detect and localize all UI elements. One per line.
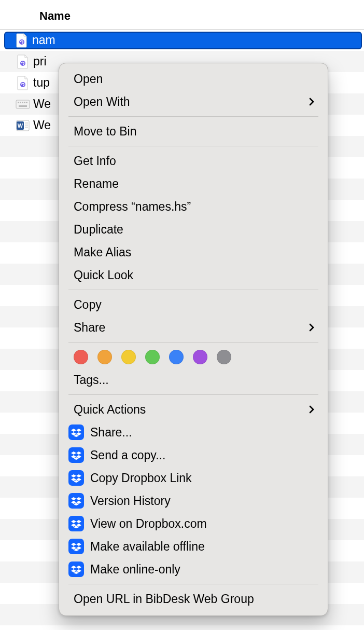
menu-open-with-label: Open With bbox=[74, 95, 305, 109]
dropbox-icon bbox=[68, 447, 84, 463]
haskell-file-icon bbox=[15, 33, 29, 48]
menu-tags-label: Tags... bbox=[74, 373, 315, 387]
dropbox-icon bbox=[68, 470, 84, 486]
svg-rect-7 bbox=[24, 102, 25, 103]
menu-make-alias[interactable]: Make Alias bbox=[59, 241, 328, 264]
file-row[interactable]: nam bbox=[0, 30, 364, 51]
menu-dropbox-online-only-label: Make online-only bbox=[90, 563, 315, 577]
dropbox-icon bbox=[68, 561, 84, 577]
menu-rename[interactable]: Rename bbox=[59, 172, 328, 195]
column-header-name-label: Name bbox=[39, 9, 71, 22]
menu-rename-label: Rename bbox=[74, 177, 315, 191]
tag-blue[interactable] bbox=[169, 350, 184, 364]
haskell-file-icon bbox=[16, 76, 30, 90]
tag-yellow[interactable] bbox=[121, 350, 136, 364]
menu-duplicate-label: Duplicate bbox=[74, 223, 315, 237]
menu-separator bbox=[68, 584, 318, 584]
menu-open-url-bibdesk[interactable]: Open URL in BibDesk Web Group bbox=[59, 587, 328, 610]
menu-move-to-bin[interactable]: Move to Bin bbox=[59, 120, 328, 143]
menu-dropbox-version-history[interactable]: Version History bbox=[59, 489, 328, 512]
menu-separator bbox=[68, 342, 318, 343]
menu-dropbox-offline-label: Make available offline bbox=[90, 540, 315, 554]
menu-quick-actions[interactable]: Quick Actions bbox=[59, 398, 328, 421]
svg-rect-9 bbox=[19, 105, 27, 107]
file-list: nam pri tup bbox=[0, 30, 364, 625]
menu-open-url-bibdesk-label: Open URL in BibDesk Web Group bbox=[74, 592, 315, 606]
word-file-icon: W bbox=[16, 119, 30, 132]
menu-dropbox-share-label: Share... bbox=[90, 426, 315, 440]
menu-make-alias-label: Make Alias bbox=[74, 245, 315, 259]
chevron-right-icon bbox=[305, 323, 315, 332]
menu-dropbox-offline[interactable]: Make available offline bbox=[59, 535, 328, 558]
svg-rect-4 bbox=[18, 102, 19, 103]
menu-dropbox-view[interactable]: View on Dropbox.com bbox=[59, 512, 328, 535]
svg-rect-6 bbox=[22, 102, 23, 103]
menu-quick-look[interactable]: Quick Look bbox=[59, 264, 328, 286]
menu-dropbox-view-label: View on Dropbox.com bbox=[90, 517, 315, 531]
dropbox-icon bbox=[68, 493, 84, 509]
file-name-label: tup bbox=[33, 76, 50, 90]
haskell-file-icon bbox=[16, 54, 30, 69]
menu-separator bbox=[68, 290, 318, 290]
menu-compress-label: Compress “names.hs” bbox=[74, 200, 315, 214]
column-header-name[interactable]: Name bbox=[0, 0, 364, 30]
svg-rect-8 bbox=[26, 102, 27, 103]
tag-red[interactable] bbox=[74, 350, 88, 364]
tag-orange[interactable] bbox=[97, 350, 112, 364]
dropbox-icon bbox=[68, 424, 84, 440]
menu-copy[interactable]: Copy bbox=[59, 293, 328, 316]
file-name-label: We bbox=[33, 118, 51, 132]
file-name-label: nam bbox=[32, 33, 55, 47]
menu-dropbox-copy-link-label: Copy Dropbox Link bbox=[90, 471, 315, 485]
tag-purple[interactable] bbox=[193, 350, 207, 364]
context-menu: Open Open With Move to Bin Get Info Rena… bbox=[59, 63, 328, 616]
menu-separator bbox=[68, 146, 318, 146]
menu-dropbox-online-only[interactable]: Make online-only bbox=[59, 558, 328, 581]
svg-rect-3 bbox=[16, 100, 30, 108]
keyboard-file-icon bbox=[16, 99, 30, 109]
menu-dropbox-send-copy[interactable]: Send a copy... bbox=[59, 444, 328, 467]
menu-dropbox-send-copy-label: Send a copy... bbox=[90, 448, 315, 462]
tag-gray[interactable] bbox=[217, 350, 231, 364]
menu-open-with[interactable]: Open With bbox=[59, 90, 328, 113]
menu-quick-actions-label: Quick Actions bbox=[74, 403, 305, 417]
menu-share-label: Share bbox=[74, 321, 305, 335]
tag-green[interactable] bbox=[145, 350, 160, 364]
menu-quick-look-label: Quick Look bbox=[74, 268, 315, 282]
svg-point-2 bbox=[20, 82, 25, 87]
file-name-label: pri bbox=[33, 54, 47, 69]
menu-copy-label: Copy bbox=[74, 298, 315, 312]
menu-dropbox-share[interactable]: Share... bbox=[59, 421, 328, 444]
menu-get-info-label: Get Info bbox=[74, 154, 315, 168]
menu-compress[interactable]: Compress “names.hs” bbox=[59, 195, 328, 218]
dropbox-icon bbox=[68, 516, 84, 531]
menu-tags[interactable]: Tags... bbox=[59, 368, 328, 391]
menu-dropbox-copy-link[interactable]: Copy Dropbox Link bbox=[59, 467, 328, 489]
svg-text:W: W bbox=[18, 122, 23, 129]
menu-open[interactable]: Open bbox=[59, 67, 328, 90]
dropbox-icon bbox=[68, 539, 84, 554]
svg-point-1 bbox=[20, 61, 25, 66]
svg-rect-5 bbox=[20, 102, 21, 103]
menu-get-info[interactable]: Get Info bbox=[59, 149, 328, 172]
menu-move-to-bin-label: Move to Bin bbox=[74, 125, 315, 139]
menu-separator bbox=[68, 116, 318, 117]
menu-tag-colors-row bbox=[59, 346, 328, 368]
chevron-right-icon bbox=[305, 405, 315, 414]
chevron-right-icon bbox=[305, 97, 315, 106]
file-name-label: We bbox=[33, 97, 51, 111]
menu-separator bbox=[68, 394, 318, 395]
menu-dropbox-version-history-label: Version History bbox=[90, 494, 315, 508]
menu-share[interactable]: Share bbox=[59, 316, 328, 339]
menu-duplicate[interactable]: Duplicate bbox=[59, 218, 328, 241]
svg-point-0 bbox=[19, 39, 24, 45]
menu-open-label: Open bbox=[74, 72, 315, 86]
